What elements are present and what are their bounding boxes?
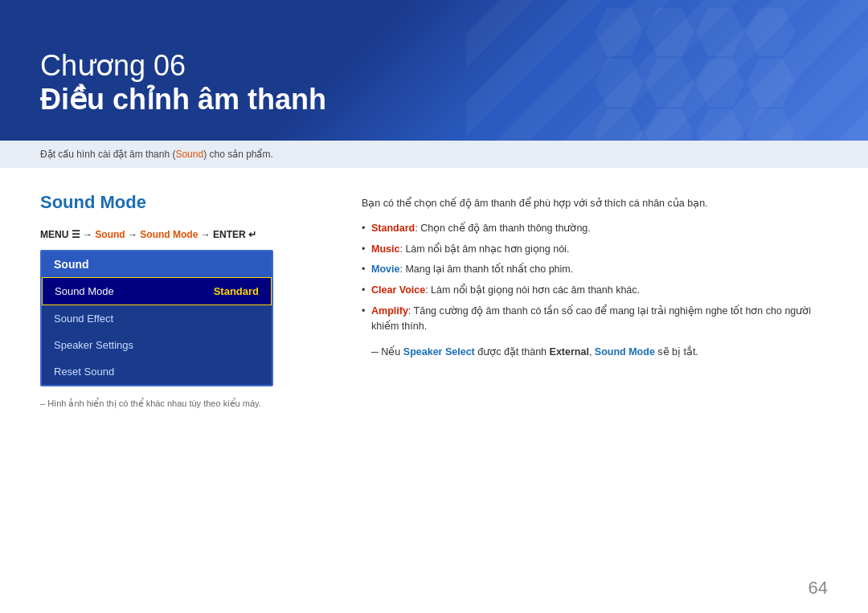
list-item-movie: Movie: Mang lại âm thanh tốt nhất cho ph… bbox=[362, 262, 828, 277]
section-title: Sound Mode bbox=[40, 192, 330, 213]
bullet-label-clearvoice: Clear Voice bbox=[371, 284, 425, 296]
page-title: Điều chỉnh âm thanh bbox=[40, 82, 326, 116]
main-content: Sound Mode MENU ☰ → Sound → Sound Mode →… bbox=[0, 168, 868, 433]
right-column: Bạn có thể chọn chế độ âm thanh để phù h… bbox=[362, 192, 828, 409]
list-item-amplify: Amplify: Tăng cường độ âm thanh có tần s… bbox=[362, 304, 828, 334]
tv-menu-item-soundmode[interactable]: Sound Mode Standard bbox=[42, 277, 272, 305]
list-item-standard: Standard: Chọn chế độ âm thanh thông thư… bbox=[362, 221, 828, 236]
list-item-music: Music: Làm nổi bật âm nhạc hơn giọng nói… bbox=[362, 242, 828, 257]
footnote: – Hình ảnh hiển thị có thể khác nhau tùy… bbox=[40, 398, 330, 409]
list-item-clearvoice: Clear Voice: Làm nổi bật giọng nói hơn c… bbox=[362, 283, 828, 298]
tv-menu-item-resetsound[interactable]: Reset Sound bbox=[42, 358, 272, 385]
subtitle-text-suffix: ) cho sản phẩm. bbox=[203, 149, 273, 160]
page-number: 64 bbox=[809, 578, 828, 599]
bullet-text-music: : Làm nổi bật âm nhạc hơn giọng nói. bbox=[399, 243, 569, 255]
bullet-text-standard: : Chọn chế độ âm thanh thông thường. bbox=[415, 223, 591, 234]
tv-menu-item-soundeffect[interactable]: Sound Effect bbox=[42, 305, 272, 332]
decorative-hex-pattern bbox=[595, 8, 836, 141]
subtitle-bar: Đặt cấu hình cài đặt âm thanh (Sound) ch… bbox=[0, 141, 868, 168]
menu-soundmode-link: Sound Mode bbox=[140, 229, 198, 240]
menu-icon: ☰ bbox=[72, 229, 80, 240]
tv-menu-header: Sound bbox=[42, 251, 272, 277]
header-text: Chương 06 Điều chỉnh âm thanh bbox=[40, 50, 326, 116]
bullet-list: Standard: Chọn chế độ âm thanh thông thư… bbox=[362, 221, 828, 334]
bullet-label-music: Music bbox=[371, 243, 399, 255]
tv-menu: Sound Sound Mode Standard Sound Effect S… bbox=[40, 250, 273, 386]
chapter-label: Chương 06 bbox=[40, 50, 326, 82]
menu-sound-link: Sound bbox=[95, 229, 125, 240]
tv-menu-item-label: Speaker Settings bbox=[54, 339, 133, 351]
left-column: Sound Mode MENU ☰ → Sound → Sound Mode →… bbox=[40, 192, 330, 409]
tv-menu-item-label: Sound Effect bbox=[54, 313, 113, 325]
menu-path: MENU ☰ → Sound → Sound Mode → ENTER ↵ bbox=[40, 229, 330, 240]
subtitle-highlight: Sound bbox=[175, 149, 203, 160]
tv-menu-item-label: Reset Sound bbox=[54, 366, 114, 378]
bullet-label-movie: Movie bbox=[371, 264, 399, 275]
bullet-label-standard: Standard bbox=[371, 223, 415, 234]
note-speaker-select: Speaker Select bbox=[403, 346, 475, 358]
subtitle-text-prefix: Đặt cấu hình cài đặt âm thanh ( bbox=[40, 149, 175, 160]
enter-icon: ↵ bbox=[248, 229, 256, 240]
tv-menu-item-value: Standard bbox=[214, 285, 259, 297]
right-intro: Bạn có thể chọn chế độ âm thanh để phù h… bbox=[362, 196, 828, 211]
note-line: Nếu Speaker Select được đặt thành Extern… bbox=[362, 345, 828, 360]
header-banner: Chương 06 Điều chỉnh âm thanh bbox=[0, 0, 868, 141]
tv-menu-item-label: Sound Mode bbox=[55, 285, 114, 297]
bullet-text-clearvoice: : Làm nổi bật giọng nói hơn các âm thanh… bbox=[425, 284, 640, 296]
note-sound-mode: Sound Mode bbox=[595, 346, 655, 358]
note-external: External bbox=[550, 346, 589, 358]
bullet-text-movie: : Mang lại âm thanh tốt nhất cho phim. bbox=[399, 264, 573, 275]
tv-menu-item-speakersettings[interactable]: Speaker Settings bbox=[42, 332, 272, 358]
bullet-text-amplify: : Tăng cường độ âm thanh có tần số cao đ… bbox=[371, 305, 811, 332]
bullet-label-amplify: Amplify bbox=[371, 305, 408, 317]
